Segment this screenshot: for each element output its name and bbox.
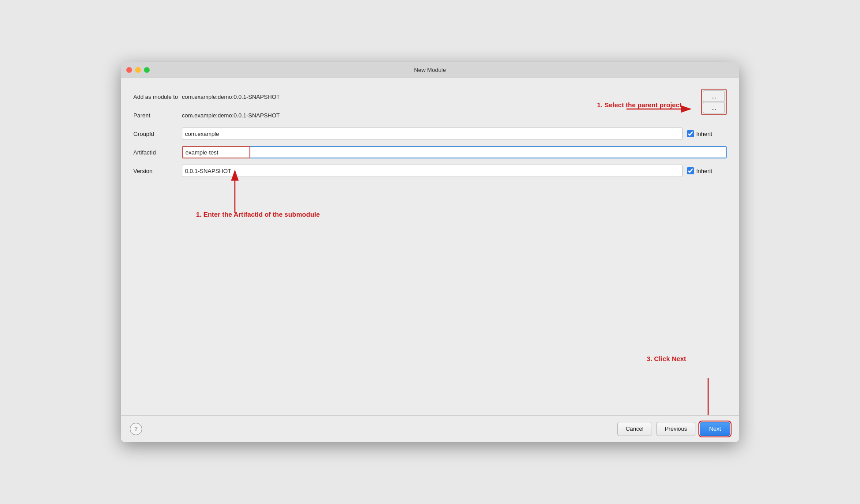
version-inherit-label: Inherit [696, 168, 712, 174]
annotation-select-parent: 1. Select the parent project [597, 101, 682, 109]
add-as-module-label: Add as module to [133, 94, 182, 100]
titlebar: New Module [121, 62, 739, 78]
close-button[interactable] [126, 67, 132, 73]
version-input-wrapper: Inherit [182, 165, 727, 177]
footer-left: ? [130, 423, 617, 435]
artifactid-row: ArtifactId [133, 144, 727, 160]
ellipsis-button-2[interactable]: ... [703, 102, 725, 113]
annotation-enter-artifactid: 1. Enter the ArtifactId of the submodule [196, 211, 320, 218]
groupid-input[interactable] [182, 128, 683, 140]
next-button[interactable]: Next [700, 422, 730, 436]
ellipsis-container: ... ... [701, 89, 727, 115]
artifactid-combined [182, 146, 727, 158]
version-label: Version [133, 168, 182, 174]
groupid-label: GroupId [133, 131, 182, 137]
add-as-module-value: com.example:demo:0.0.1-SNAPSHOT [182, 94, 727, 100]
artifactid-label: ArtifactId [133, 149, 182, 156]
annotation-click-next: 3. Click Next [647, 355, 686, 362]
minimize-button[interactable] [135, 67, 141, 73]
artifactid-input-first[interactable] [182, 146, 250, 158]
version-inherit-checkbox[interactable] [687, 167, 694, 174]
artifactid-input-second[interactable] [250, 146, 727, 158]
footer-right: Cancel Previous Next [617, 422, 730, 436]
footer: ? Cancel Previous Next [121, 415, 739, 442]
groupid-inherit-label: Inherit [696, 131, 712, 137]
previous-button[interactable]: Previous [656, 422, 696, 436]
parent-label: Parent [133, 112, 182, 119]
parent-row: Parent com.example:demo:0.0.1-SNAPSHOT [133, 107, 727, 123]
new-module-window: New Module Add as module to com.example:… [121, 62, 739, 442]
parent-value: com.example:demo:0.0.1-SNAPSHOT [182, 112, 727, 119]
help-button[interactable]: ? [130, 423, 142, 435]
version-input[interactable] [182, 165, 683, 177]
window-title: New Module [414, 67, 446, 73]
maximize-button[interactable] [144, 67, 150, 73]
ellipsis-button-group: ... ... [701, 89, 727, 115]
version-inherit-wrapper: Inherit [687, 167, 727, 174]
version-row: Version Inherit [133, 163, 727, 179]
dialog-content: Add as module to com.example:demo:0.0.1-… [121, 78, 739, 415]
groupid-inherit-checkbox[interactable] [687, 130, 694, 137]
artifactid-input-wrapper [182, 146, 727, 158]
groupid-inherit-wrapper: Inherit [687, 130, 727, 137]
groupid-row: GroupId Inherit [133, 126, 727, 142]
ellipsis-button-1[interactable]: ... [703, 90, 725, 102]
cancel-button[interactable]: Cancel [617, 422, 652, 436]
traffic-lights [126, 67, 150, 73]
groupid-input-wrapper: Inherit [182, 128, 727, 140]
